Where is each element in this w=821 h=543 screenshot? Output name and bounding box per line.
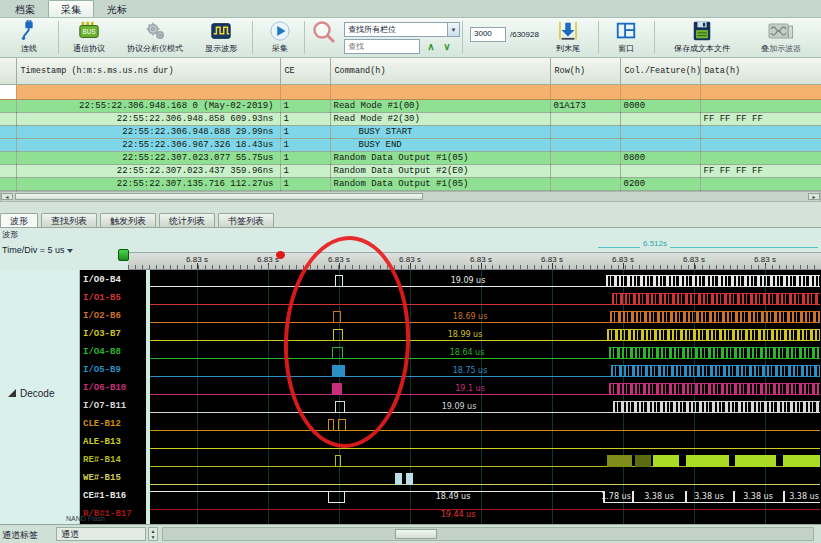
- cell-cmd: Random Data Output #1(05): [330, 177, 550, 190]
- analyzer-mode-button[interactable]: 协议分析仪模式: [118, 20, 192, 54]
- bus-chip-icon: BUS: [64, 20, 114, 42]
- scrollbar-thumb[interactable]: [15, 193, 423, 200]
- table-h-scrollbar[interactable]: ◄ ►: [0, 191, 821, 202]
- channel-label[interactable]: I/O4-B8: [83, 347, 121, 357]
- toolbar-separator: [58, 21, 59, 54]
- bookmark-marker[interactable]: [276, 251, 285, 259]
- protocol-button[interactable]: BUS 通信协议: [64, 20, 114, 54]
- search-icon-button[interactable]: [308, 22, 340, 44]
- window-layout-button[interactable]: 窗口: [604, 20, 648, 54]
- col-header-row[interactable]: Row(h): [550, 58, 620, 84]
- channel-spinner[interactable]: ▲▼: [148, 527, 158, 541]
- search-scope-select[interactable]: 查找所有栏位 ▼: [344, 22, 460, 37]
- ribbon-tab-1[interactable]: 采集: [48, 0, 94, 17]
- channel-label[interactable]: I/O2-B6: [83, 311, 121, 321]
- channel-label[interactable]: WE#-B15: [83, 473, 121, 483]
- channel-select[interactable]: 通道: [56, 527, 146, 541]
- col-header-ce[interactable]: CE: [280, 58, 330, 84]
- filter-cell[interactable]: [700, 84, 821, 99]
- channel-label[interactable]: I/O3-B7: [83, 329, 121, 339]
- channel-label-column: I/O0-B4I/O1-B5I/O2-B6I/O3-B7I/O4-B8I/O5-…: [80, 270, 146, 524]
- trace-fill: [686, 455, 729, 467]
- measurement-label: 18.99 us: [448, 330, 483, 339]
- measurement-label: 19.09 us: [451, 276, 486, 285]
- search-prev-button[interactable]: ∧: [424, 39, 438, 54]
- table-row[interactable]: 22:55:22.306.948.888 29.99ns1BUSY START: [0, 125, 821, 138]
- trace-tick: [733, 491, 735, 503]
- cell-ce: 1: [280, 151, 330, 164]
- trigger-marker[interactable]: [118, 249, 129, 261]
- gears-icon: [118, 20, 192, 42]
- table-row[interactable]: 22:55:22.306.948.168 0 (May-02-2019)1Rea…: [0, 99, 821, 112]
- measurement-label: 3.38 us: [743, 492, 773, 501]
- filter-cell[interactable]: [280, 84, 330, 99]
- filter-cell[interactable]: [550, 84, 620, 99]
- ribbon-tab-2[interactable]: 光标: [94, 0, 140, 17]
- channel-label[interactable]: CE#1-B16: [83, 491, 126, 501]
- cell-cmd: BUSY START: [330, 125, 550, 138]
- cell-col: 0000: [620, 99, 700, 112]
- table-row[interactable]: 22:55:22.307.023.437 359.96ns1Random Dat…: [0, 164, 821, 177]
- channel-lane-12: 18.49 us1.78 us3.38 us3.38 us3.38 us3.38…: [150, 488, 821, 506]
- span-measure-line: [598, 247, 818, 248]
- panel-tab-2[interactable]: 触发列表: [100, 213, 156, 227]
- panel-tab-4[interactable]: 书签列表: [218, 213, 274, 227]
- row-position-input[interactable]: 3000: [470, 27, 506, 42]
- cell-row: [550, 164, 620, 177]
- cell-row: [550, 125, 620, 138]
- channel-label[interactable]: CLE-B12: [83, 419, 121, 429]
- col-header-col-feature[interactable]: Col./Feature(h): [620, 58, 700, 84]
- trace-line: [345, 491, 603, 492]
- cell-col: [620, 112, 700, 125]
- trace-line: [150, 509, 820, 510]
- channel-label[interactable]: I/O5-B9: [83, 365, 121, 375]
- table-row[interactable]: 22:55:22.306.948.858 609.93ns1Read Mode …: [0, 112, 821, 125]
- cell-data: [700, 125, 821, 138]
- cell-col: [620, 125, 700, 138]
- filter-cell[interactable]: [0, 84, 16, 99]
- channel-label[interactable]: I/O7-B11: [83, 401, 126, 411]
- filter-cell[interactable]: [16, 84, 280, 99]
- channel-label[interactable]: ALE-B13: [83, 437, 121, 447]
- scroll-right-arrow[interactable]: ►: [808, 193, 820, 200]
- time-div-control[interactable]: Time/Div = 5 us: [2, 245, 73, 255]
- panel-tab-0[interactable]: 波形: [0, 213, 38, 227]
- cell-row: [550, 138, 620, 151]
- channel-lane-1: [150, 290, 821, 308]
- chevron-down-icon[interactable]: ▼: [447, 23, 459, 36]
- ribbon-tab-0[interactable]: 档案: [2, 0, 48, 17]
- panel-tab-1[interactable]: 查找列表: [41, 213, 97, 227]
- trace-burst: [613, 401, 820, 413]
- connect-button[interactable]: 连线: [6, 20, 52, 54]
- scrollbar-thumb[interactable]: [395, 529, 437, 539]
- channel-label[interactable]: I/O0-B4: [83, 275, 121, 285]
- trace-burst: [611, 365, 820, 377]
- filter-cell[interactable]: [330, 84, 550, 99]
- wave-h-scrollbar[interactable]: [162, 527, 814, 541]
- cell-cmd: Random Data Output #1(05): [330, 151, 550, 164]
- save-text-button[interactable]: 保存成文本文件: [660, 20, 744, 54]
- collapse-triangle-icon[interactable]: [8, 389, 16, 397]
- channel-label[interactable]: I/O6-B10: [83, 383, 126, 393]
- col-header-data[interactable]: Data(h): [700, 58, 821, 84]
- panel-tab-3[interactable]: 统计列表: [159, 213, 215, 227]
- channel-label[interactable]: RE#-B14: [83, 455, 121, 465]
- col-header-command[interactable]: Command(h): [330, 58, 550, 84]
- table-row[interactable]: 22:55:22.307.135.716 112.27us1Random Dat…: [0, 177, 821, 190]
- capture-button[interactable]: 采集: [260, 20, 300, 54]
- cell-ts: 22:55:22.307.023.077 55.75us: [16, 151, 280, 164]
- search-input[interactable]: [344, 39, 420, 54]
- filter-cell[interactable]: [620, 84, 700, 99]
- search-next-button[interactable]: ∨: [440, 39, 454, 54]
- time-ruler[interactable]: 6.83 s6.83 s6.83 s6.83 s6.83 s6.83 s6.83…: [128, 252, 821, 270]
- scroll-left-arrow[interactable]: ◄: [1, 193, 13, 200]
- waveform-canvas[interactable]: 19.09 us18.69 us18.99 us18.64 us18.75 us…: [150, 270, 821, 524]
- channel-label[interactable]: I/O1-B5: [83, 293, 121, 303]
- table-row[interactable]: 22:55:22.307.023.077 55.75us1Random Data…: [0, 151, 821, 164]
- decode-tree-item[interactable]: Decode: [8, 388, 54, 399]
- overlay-scope-button[interactable]: 叠加示波器: [748, 20, 814, 54]
- show-wave-button[interactable]: 显示波形: [196, 20, 246, 54]
- table-row[interactable]: 22:55:22.306.967.326 18.43us1BUSY END: [0, 138, 821, 151]
- to-end-button[interactable]: 到末尾: [546, 20, 590, 54]
- col-header-timestamp[interactable]: Timestamp (h:m:s.ms.us.ns dur): [16, 58, 280, 84]
